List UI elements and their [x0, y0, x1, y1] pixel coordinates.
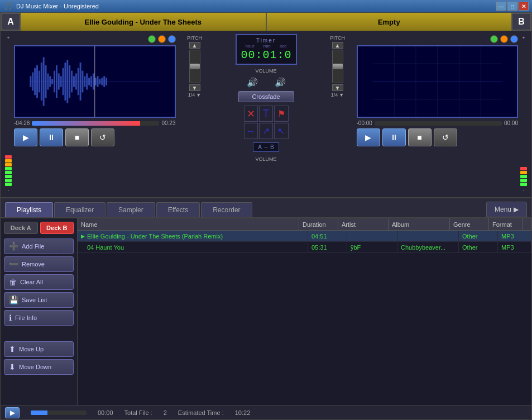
svg-rect-2 — [32, 73, 33, 91]
vu-seg — [5, 163, 12, 166]
deck-b-pitch-thumb[interactable] — [333, 64, 343, 69]
mini-progress-bar[interactable] — [31, 411, 87, 415]
deck-b-stop-button[interactable]: ■ — [408, 128, 432, 146]
svg-rect-19 — [69, 65, 70, 98]
timer-min-label: min — [263, 44, 271, 49]
save-list-button[interactable]: 💾 Save List — [4, 292, 74, 308]
cf-btn-3[interactable]: ⚑ — [274, 106, 288, 122]
maximize-button[interactable]: □ — [507, 2, 517, 11]
timer-digits: 00:01:0 — [241, 49, 291, 61]
deck-b-pitch-slider[interactable] — [332, 50, 343, 83]
list-body: ▶ Ellie Goulding - Under The Sheets (Par… — [78, 231, 531, 405]
vu-meter-left: + - — [5, 35, 12, 193]
cf-btn-2[interactable]: T — [259, 106, 273, 122]
menu-button[interactable]: Menu ▶ — [486, 202, 527, 217]
mini-play-button[interactable]: ▶ — [5, 407, 20, 418]
tab-playlists[interactable]: Playlists — [5, 202, 53, 217]
cf-btn-6[interactable]: ↖ — [274, 123, 288, 139]
minimize-button[interactable]: — — [496, 2, 506, 11]
deck-b-play-button[interactable]: ▶ — [357, 128, 380, 146]
vu-plus-label: + — [7, 35, 9, 41]
deck-b-controls: -00:00 00:00 ▶ ⏸ ■ ↺ — [357, 35, 519, 193]
col-header-name[interactable]: Name — [78, 218, 299, 230]
svg-rect-33 — [99, 79, 101, 84]
timer-hour-label: hour — [246, 44, 255, 49]
ab-switch-button[interactable]: A → B — [253, 142, 279, 152]
cf-btn-1[interactable]: ✕ — [244, 106, 258, 122]
svg-rect-1 — [30, 76, 31, 87]
svg-rect-7 — [43, 57, 45, 106]
sidebar: Deck A Deck B ➕ Add File ➖ Remove 🗑 Clea… — [1, 218, 78, 405]
cf-btn-5[interactable]: ↗ — [259, 123, 273, 139]
tab-sampler[interactable]: Sampler — [107, 202, 155, 217]
deck-tab-a[interactable]: Deck A — [4, 222, 38, 234]
cf-btn-4[interactable]: ↔ — [244, 123, 258, 139]
deck-tab-b[interactable]: Deck B — [40, 222, 74, 234]
list-item[interactable]: ▶ 04 Haunt You 05:31 ÿbF Chubbybeaver...… — [78, 242, 531, 253]
file-info-button[interactable]: ℹ File Info — [4, 310, 74, 326]
deck-a-pitch-slider[interactable] — [189, 50, 200, 83]
deck-a-dot-green[interactable] — [148, 35, 156, 43]
deck-b-time-neg: -00:00 — [357, 120, 372, 126]
deck-a-play-button[interactable]: ▶ — [14, 128, 37, 146]
main-container: A Ellie Goulding - Under The Sheets Empt… — [0, 12, 532, 420]
move-up-button[interactable]: ⬆ Move Up — [4, 341, 74, 357]
estimated-time-value: 10:22 — [235, 409, 251, 416]
deck-a-dot-orange[interactable] — [158, 35, 166, 43]
deck-b-dot-green[interactable] — [490, 35, 498, 43]
volume-right-icon[interactable]: 🔊 — [275, 77, 286, 88]
close-button[interactable]: ✕ — [519, 2, 529, 11]
deck-a-time-progress — [32, 121, 140, 126]
remove-button[interactable]: ➖ Remove — [4, 256, 74, 272]
crossfade-grid: ✕ T ⚑ ↔ ↗ ↖ — [244, 106, 289, 139]
deck-a-stop-button[interactable]: ■ — [65, 128, 89, 146]
app-title: DJ Music Mixer - Unregistered — [16, 3, 99, 9]
crossfade-button[interactable]: Crossfade — [238, 91, 294, 102]
deck-b-pitch-up-button[interactable]: ▲ — [332, 42, 343, 49]
vu-meter-right: + - — [520, 35, 527, 193]
list-item[interactable]: ▶ Ellie Goulding - Under The Sheets (Par… — [78, 231, 531, 242]
deck-b-pitch-down-button[interactable]: ▼ — [332, 84, 343, 91]
deck-a-pitch-down-button[interactable]: ▼ — [189, 84, 200, 91]
deck-a-refresh-button[interactable]: ↺ — [91, 128, 114, 146]
col-header-genre[interactable]: Genre — [450, 218, 489, 230]
mini-progress-fill — [31, 411, 47, 415]
deck-a-pause-button[interactable]: ⏸ — [40, 128, 63, 146]
col-header-artist[interactable]: Artist — [338, 218, 389, 230]
estimated-time-label: Estimated Time : — [178, 409, 224, 416]
svg-rect-30 — [93, 73, 94, 89]
deck-b-speed-arrow: ▼ — [339, 92, 344, 98]
add-file-button[interactable]: ➕ Add File — [4, 238, 74, 254]
volume-right-label: VOLUME — [255, 156, 276, 162]
col-header-album[interactable]: Album — [389, 218, 450, 230]
deck-b-refresh-button[interactable]: ↺ — [434, 128, 457, 146]
deck-a-pitch-thumb[interactable] — [190, 64, 200, 69]
deck-b-speed-value: 1/4 — [331, 92, 338, 98]
vu-bar-right — [520, 41, 527, 187]
move-down-label: Move Down — [19, 364, 51, 370]
deck-a-time-neg: -04:28 — [14, 120, 30, 126]
total-files-label: Total File : — [124, 409, 152, 416]
col-header-format[interactable]: Format — [489, 218, 523, 230]
deck-b-time-bar[interactable] — [375, 121, 502, 126]
deck-b-dot-orange[interactable] — [500, 35, 508, 43]
deck-b-transport: ▶ ⏸ ■ ↺ — [357, 128, 519, 146]
tab-effects[interactable]: Effects — [156, 202, 200, 217]
deck-a-time-bar[interactable] — [32, 121, 159, 126]
col-header-duration[interactable]: Duration — [299, 218, 338, 230]
deck-b-pause-button[interactable]: ⏸ — [382, 128, 406, 146]
cell-duration-2: 05:31 — [308, 242, 347, 252]
deck-a-dot-blue[interactable] — [168, 35, 176, 43]
volume-left-icon[interactable]: 🔊 — [247, 77, 258, 88]
deck-area: + - — [1, 31, 531, 198]
clear-all-button[interactable]: 🗑 Clear All — [4, 274, 74, 290]
deck-a-waveform — [14, 45, 176, 118]
tab-recorder[interactable]: Recorder — [201, 202, 252, 217]
tab-equalizer[interactable]: Equalizer — [54, 202, 106, 217]
deck-b-dot-blue[interactable] — [510, 35, 518, 43]
deck-a-pitch-up-button[interactable]: ▲ — [189, 42, 200, 49]
svg-rect-20 — [71, 71, 73, 93]
playing-icon-1: ▶ — [81, 233, 85, 239]
move-down-button[interactable]: ⬇ Move Down — [4, 359, 74, 375]
svg-rect-10 — [49, 76, 51, 87]
